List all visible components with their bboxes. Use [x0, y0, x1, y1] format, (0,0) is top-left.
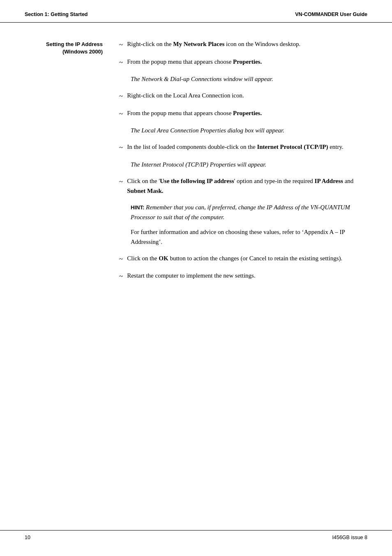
normal-note-6: For further information and advice on ch…	[131, 227, 367, 247]
page-header: Section 1: Getting Started VN-COMMANDER …	[0, 0, 392, 23]
page: Section 1: Getting Started VN-COMMANDER …	[0, 0, 392, 556]
footer-issue: I456GB issue 8	[332, 535, 367, 540]
bullet-item-3: ~ Right-click on the Local Area Connecti…	[119, 90, 367, 102]
bullet-symbol-7: ~	[119, 254, 123, 264]
bullet-symbol-6: ~	[119, 176, 123, 187]
section-title: Setting the IP Address (Windows 2000)	[25, 41, 103, 56]
bullet-item-1: ~ Right-click on the My Network Places i…	[119, 39, 367, 50]
bullet-item-8: ~ Restart the computer to implement the …	[119, 271, 367, 282]
section-title-line2: (Windows 2000)	[62, 49, 103, 55]
header-section: Section 1: Getting Started	[25, 12, 88, 17]
right-column: ~ Right-click on the My Network Places i…	[111, 39, 367, 288]
bullet-text-8: Restart the computer to implement the ne…	[127, 271, 367, 280]
main-content: Setting the IP Address (Windows 2000) ~ …	[0, 23, 392, 321]
left-column: Setting the IP Address (Windows 2000)	[25, 39, 111, 288]
italic-note-4: The Local Area Connection Properties dia…	[119, 125, 367, 135]
page-footer: 10 I456GB issue 8	[0, 530, 392, 544]
bullet-item-6: ~ Click on the 'Use the following IP add…	[119, 176, 367, 196]
bullet-text-5: In the list of loaded components double-…	[127, 142, 367, 152]
italic-note-2: The Network & Dial-up Connections window…	[119, 74, 367, 84]
bullet-symbol-5: ~	[119, 142, 123, 153]
bullet-text-7: Click on the OK button to action the cha…	[127, 253, 367, 263]
bullet-symbol-2: ~	[119, 57, 123, 68]
italic-note-5: The Internet Protocol (TCP/IP) Propertie…	[119, 160, 367, 169]
bullet-text-1: Right-click on the My Network Places ico…	[127, 39, 367, 49]
bullet-symbol-3: ~	[119, 91, 123, 102]
bullet-text-3: Right-click on the Local Area Connection…	[127, 90, 367, 100]
bullet-item-4: ~ From the popup menu that appears choos…	[119, 108, 367, 119]
bullet-item-5: ~ In the list of loaded components doubl…	[119, 142, 367, 153]
footer-page-number: 10	[25, 535, 30, 540]
bullet-item-7: ~ Click on the OK button to action the c…	[119, 253, 367, 264]
bullet-symbol-1: ~	[119, 39, 123, 50]
hint-block-6: HINT: Remember that you can, if preferre…	[131, 202, 367, 222]
bullet-symbol-8: ~	[119, 271, 123, 282]
hint-label: HINT:	[131, 204, 144, 211]
bullet-text-4: From the popup menu that appears choose …	[127, 108, 367, 118]
bullet-item-2: ~ From the popup menu that appears choos…	[119, 57, 367, 68]
section-title-line1: Setting the IP Address	[46, 41, 103, 47]
bullet-text-6: Click on the 'Use the following IP addre…	[127, 176, 367, 196]
bullet-text-2: From the popup menu that appears choose …	[127, 57, 367, 67]
header-title: VN-COMMANDER User Guide	[295, 12, 367, 17]
bullet-symbol-4: ~	[119, 109, 123, 119]
